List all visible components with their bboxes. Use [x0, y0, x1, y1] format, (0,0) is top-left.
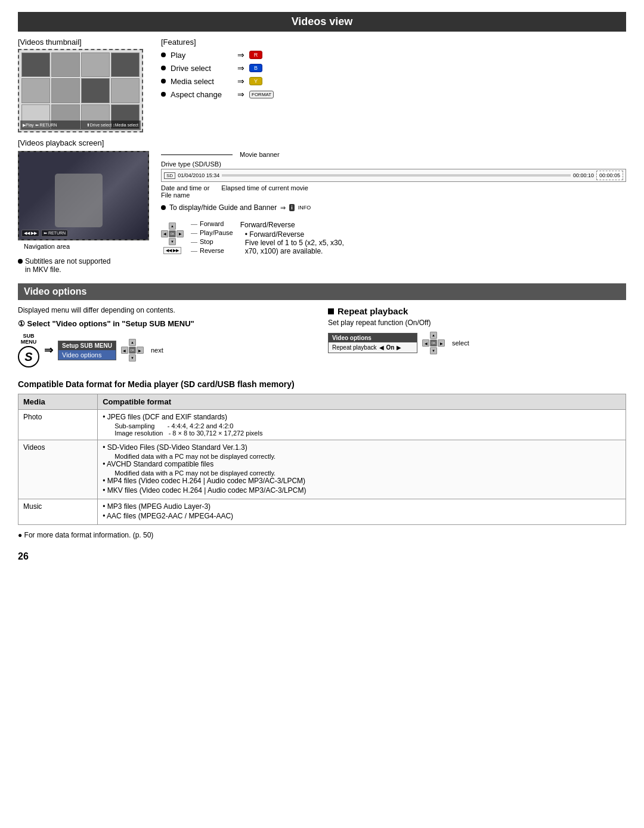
dpad-r-down: ▼ [430, 347, 437, 354]
dpad-r-se [438, 347, 445, 354]
forward-label: Forward [200, 220, 224, 227]
videos-format-1: • SD-Video Files (SD-Video Standard Ver.… [103, 443, 621, 452]
music-format-1: • MP3 files (MPEG Audio Layer-3) [103, 502, 621, 511]
dpad-left: ◀ [161, 230, 168, 237]
menu-instruction: ① Select "Video options" in "Setup SUB M… [18, 319, 316, 328]
date-label: Date and time orFile name [161, 184, 209, 199]
dpad-r-ne [438, 332, 445, 339]
video-options-content: Displayed menu will differ depending on … [18, 306, 626, 367]
dpad-m-sw [121, 354, 128, 362]
dpad-m-right: ▶ [137, 347, 144, 354]
dpad-m-se [137, 354, 144, 362]
dpad-r-right: ▶ [438, 339, 445, 347]
arrow-play: ⇒ [237, 50, 244, 60]
dash-forward: — [191, 220, 197, 227]
subtitles-text: Subtitles are not supportedin MKV file. [25, 257, 110, 274]
right-col: Repeat playback Set play repeat function… [328, 306, 626, 367]
section-title: Videos view [18, 12, 626, 32]
sub-label: SUBMENU [21, 333, 37, 345]
arrow-aspect: ⇒ [237, 89, 244, 99]
feature-drive-text: Drive select [171, 64, 230, 73]
features-section: [Features] Play ⇒ R Drive select ⇒ B Med… [161, 38, 626, 103]
repeat-box-header: Video options [329, 333, 417, 342]
controls-diagram: ▲ ◀ OK ▶ ▼ ◀◀ ▶▶ [161, 220, 626, 256]
thumb-bottom-right: ⬆Drive select ↕Media select [86, 123, 138, 128]
playback-annotations: Movie banner Drive type (SD/USB) SD 01/0… [161, 151, 626, 256]
dpad-m-up: ▲ [129, 339, 136, 346]
feature-media-text: Media select [171, 77, 230, 86]
dpad-ok: OK [169, 230, 176, 237]
arrow-drive: ⇒ [237, 63, 244, 73]
timeline-date: 01/04/2010 15:34 [178, 172, 219, 178]
dpad-m-left: ◀ [121, 347, 128, 354]
playback-section: [Videos playback screen] ◀◀ ▶▶ ⬅ RETURN … [18, 138, 626, 274]
button-b: B [249, 64, 262, 72]
button-format: FORMAT [249, 91, 274, 98]
dpad-m-nw [121, 339, 128, 346]
playpause-label: Play/Pause [200, 229, 233, 236]
photo-format-1: • JPEG files (DCF and EXIF standards) [103, 413, 621, 421]
media-music: Music [18, 499, 98, 525]
five-levels2: x70, x100) are available. [245, 247, 344, 255]
s-icon: S [18, 346, 39, 367]
videos-format-2: Modified data with a PC may not be displ… [114, 453, 621, 460]
repeat-title: Repeat playback [328, 306, 626, 316]
drive-type-row: Drive type (SD/USB) [161, 160, 626, 168]
info-icon: i [289, 204, 295, 211]
dpad-r-left: ◀ [422, 339, 429, 347]
feature-aspect-change: Aspect change ⇒ FORMAT [161, 89, 626, 99]
section-video-options: Video options Displayed menu will differ… [18, 283, 626, 367]
feature-aspect-text: Aspect change [171, 90, 230, 99]
playback-label: [Videos playback screen] [18, 138, 626, 147]
ctrl-arrows: ◀◀ ▶▶ [21, 230, 39, 237]
triangle-right: ▶ [397, 344, 401, 351]
compat-table: Media Compatible format Photo • JPEG fil… [18, 394, 626, 525]
triangle-left: ◀ [379, 344, 384, 351]
format-photo: • JPEG files (DCF and EXIF standards) Su… [98, 410, 626, 440]
dash-playpause: — [191, 229, 197, 236]
subtitles-note: Subtitles are not supportedin MKV file. [18, 257, 149, 274]
timeline-sd: SD [164, 172, 175, 179]
dpad-r-nw [422, 332, 429, 339]
video-options-menu-item: Video options [58, 350, 116, 360]
photo-format-3: Image resolution - 8 × 8 to 30,712 × 17,… [114, 430, 621, 437]
section-videos-view: Videos view [Videos thumbnail] ▶Play ⬅ R… [18, 12, 626, 274]
videos-format-4: Modified data with a PC may not be displ… [114, 469, 621, 477]
next-label: next [151, 347, 163, 354]
timeline-progress [222, 174, 571, 177]
repeat-box: Video options Repeat playback ◀ On ▶ [328, 333, 417, 353]
dpad-r-sw [422, 347, 429, 354]
stop-label: Stop [200, 238, 213, 245]
nav-area-label: Navigation area [24, 243, 70, 250]
timeline-time: 00:00:10 [573, 172, 594, 178]
thumb-cell-6 [51, 78, 80, 103]
thumb-cell-1 [21, 52, 50, 77]
left-col: Displayed menu will differ depending on … [18, 306, 316, 367]
arrow-to-menu: ⇒ [44, 344, 53, 357]
forward-row: — Forward [191, 220, 233, 227]
thumb-cell-5 [21, 78, 50, 103]
feature-play: Play ⇒ R [161, 50, 626, 60]
banner-display-row: To display/hide Guide and Banner ⇒ i INF… [161, 203, 626, 212]
screen-figure [55, 174, 103, 227]
photo-format-2: Sub-sampling - 4:4:4, 4:2:2 and 4:2:0 [114, 422, 621, 430]
thumb-cell-4 [111, 52, 140, 77]
control-labels: — Forward — Play/Pause — Stop — [191, 220, 233, 256]
elapsed-box: 00:00:05 [596, 171, 623, 180]
dpad-up: ▲ [169, 223, 176, 230]
media-videos: Videos [18, 440, 98, 499]
thumbnail-label: [Videos thumbnail] [18, 38, 149, 47]
arrow-banner: ⇒ [280, 204, 286, 212]
nav-area-wrapper: Navigation area [18, 243, 149, 250]
media-photo: Photo [18, 410, 98, 440]
compat-section: Compatible Data format for Media player … [18, 379, 626, 539]
reverse-row: — Reverse [191, 247, 233, 254]
repeat-box-row: Repeat playback ◀ On ▶ [329, 342, 417, 353]
bullet-banner [161, 205, 166, 210]
return-btn: ◀◀ ▶▶ [163, 247, 181, 254]
feature-media-select: Media select ⇒ Y [161, 76, 626, 86]
fw-rv-note: Forward/Reverse [240, 221, 344, 229]
dpad-r-ok: OK [430, 339, 437, 347]
five-levels: Five level of 1 to 5 (x2, x5, x30, [245, 239, 344, 247]
dpad-m-down: ▼ [129, 354, 136, 362]
